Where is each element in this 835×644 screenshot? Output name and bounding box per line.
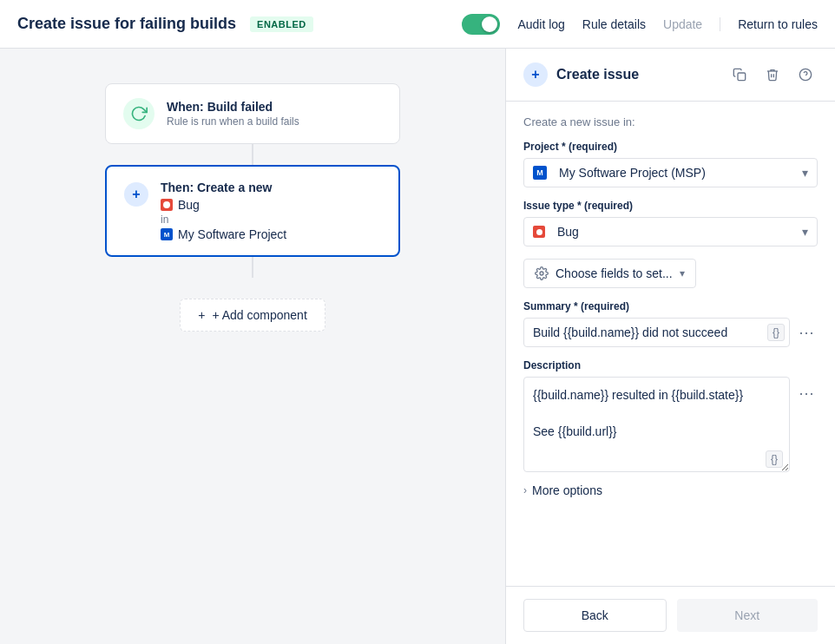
connector-line-2	[252, 257, 253, 278]
summary-more-button[interactable]: ⋯	[795, 319, 818, 345]
issue-type-select[interactable]: Bug	[523, 217, 818, 246]
project-select-value: My Software Project (MSP)	[559, 166, 706, 180]
panel-title: Create issue	[556, 67, 719, 82]
header-actions: Audit log Rule details Update Return to …	[462, 14, 818, 35]
svg-rect-0	[738, 73, 746, 81]
choose-fields-chevron: ▾	[680, 267, 685, 279]
choose-fields-button[interactable]: Choose fields to set... ▾	[523, 259, 696, 288]
trigger-title: When: Build failed	[167, 100, 299, 114]
description-row: {{build.name}} resulted in {{build.state…	[523, 377, 818, 475]
right-panel: + Create issue	[505, 49, 835, 644]
update-button: Update	[663, 17, 702, 31]
bug-icon	[161, 199, 173, 211]
next-button: Next	[677, 599, 819, 632]
summary-input-wrapper: {}	[523, 318, 790, 347]
trigger-card: When: Build failed Rule is run when a bu…	[105, 83, 400, 144]
description-textarea[interactable]: {{build.name}} resulted in {{build.state…	[523, 377, 790, 472]
trigger-subtitle: Rule is run when a build fails	[167, 115, 299, 128]
add-component-button[interactable]: + + Add component	[180, 299, 325, 332]
more-options-label: More options	[532, 483, 602, 497]
section-label: Create a new issue in:	[523, 115, 818, 128]
action-bug-row: Bug	[161, 198, 286, 212]
bug-icon-inner	[163, 201, 170, 208]
action-project-label: My Software Project	[178, 227, 286, 241]
issue-type-bug-icon	[533, 226, 545, 238]
back-button[interactable]: Back	[523, 599, 667, 632]
connector-line	[252, 144, 253, 165]
action-card[interactable]: + Then: Create a new Bug in M My Softwar…	[105, 165, 400, 257]
description-wrapper: {{build.name}} resulted in {{build.state…	[523, 377, 790, 475]
project-icon: M	[161, 228, 173, 240]
trigger-icon	[123, 98, 155, 129]
page-title: Create issue for failing builds	[17, 15, 236, 33]
project-field-label: Project * (required)	[523, 141, 818, 153]
main-content: When: Build failed Rule is run when a bu…	[0, 49, 835, 644]
right-panel-body: Create a new issue in: Project * (requir…	[506, 102, 835, 586]
gear-icon	[535, 266, 549, 280]
add-component-label: + Add component	[212, 308, 306, 322]
action-project-row: M My Software Project	[161, 227, 286, 241]
action-bug-label: Bug	[178, 198, 200, 212]
summary-row: {} ⋯	[523, 318, 818, 347]
project-select[interactable]: M My Software Project (MSP)	[523, 158, 818, 187]
help-button[interactable]	[793, 62, 818, 87]
description-curly-button[interactable]: {}	[766, 450, 783, 468]
right-panel-footer: Back Next	[506, 586, 835, 644]
header: Create issue for failing builds ENABLED …	[0, 0, 835, 49]
svg-point-3	[540, 272, 543, 275]
more-options-row[interactable]: › More options	[523, 475, 818, 506]
audit-log-link[interactable]: Audit log	[517, 17, 564, 31]
left-panel: When: Build failed Rule is run when a bu…	[0, 49, 505, 644]
add-component-plus: +	[198, 308, 205, 322]
return-to-rules-link[interactable]: Return to rules	[720, 17, 818, 31]
project-select-icon: M	[533, 166, 547, 180]
more-options-chevron: ›	[523, 484, 527, 496]
issue-type-value: Bug	[557, 225, 579, 239]
summary-curly-button[interactable]: {}	[767, 324, 785, 341]
action-in-label: in	[161, 214, 286, 226]
trigger-info: When: Build failed Rule is run when a bu…	[167, 100, 299, 128]
panel-plus-icon: +	[523, 62, 548, 87]
rule-details-link[interactable]: Rule details	[582, 17, 646, 31]
summary-field-label: Summary * (required)	[523, 300, 818, 312]
issue-type-field-label: Issue type * (required)	[523, 200, 818, 212]
description-field-label: Description	[523, 359, 818, 371]
delete-button[interactable]	[760, 62, 785, 87]
enabled-badge: ENABLED	[250, 16, 313, 32]
duplicate-button[interactable]	[727, 62, 752, 87]
action-content: Then: Create a new Bug in M My Software …	[161, 181, 286, 241]
choose-fields-label: Choose fields to set...	[556, 266, 673, 280]
summary-input[interactable]	[523, 318, 790, 347]
right-panel-header: + Create issue	[506, 49, 835, 102]
description-more-button[interactable]: ⋯	[795, 380, 818, 406]
enabled-toggle[interactable]	[462, 14, 500, 35]
action-title: Then: Create a new	[161, 181, 286, 194]
action-plus-icon: +	[124, 182, 148, 207]
